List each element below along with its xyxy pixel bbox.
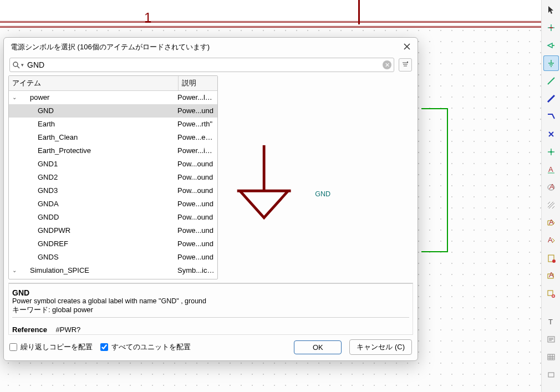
clear-search-icon[interactable]: ✕ bbox=[383, 60, 391, 69]
search-field[interactable]: ▾ ✕ bbox=[9, 58, 394, 72]
sync-pins-icon[interactable] bbox=[543, 286, 559, 302]
noconnect-icon[interactable] bbox=[543, 126, 559, 142]
tree-item-desc: 0V re...ation bbox=[177, 278, 217, 279]
schematic-box bbox=[421, 108, 448, 252]
tree-item[interactable]: GND2Pow...ound bbox=[9, 171, 217, 184]
tree-item-desc: Power...ive" bbox=[177, 145, 217, 156]
tree-item[interactable]: EarthPowe...rth" bbox=[9, 118, 217, 131]
svg-text:GND: GND bbox=[315, 190, 330, 198]
tree-item[interactable]: GNDPowe...und bbox=[9, 104, 217, 118]
info-keywords: キーワード: global power bbox=[12, 305, 409, 315]
sheet-label-icon[interactable]: A bbox=[543, 233, 559, 248]
power-symbol-dialog: 電源シンボルを選択 (106個のアイテムがロードされています) ▾ ✕ アイテム… bbox=[3, 37, 418, 361]
tree-item-name: GND bbox=[20, 105, 177, 116]
tree-item[interactable]: Earth_CleanPowe...ean" bbox=[9, 131, 217, 144]
junction-dot-icon[interactable] bbox=[543, 144, 559, 160]
search-icon bbox=[12, 61, 20, 69]
tree-item-name: GND1 bbox=[20, 159, 177, 170]
close-icon[interactable] bbox=[403, 43, 411, 52]
tree-item[interactable]: GND3Pow...ound bbox=[9, 184, 217, 197]
info-panel: GND Power symbol creates a global label … bbox=[8, 283, 413, 335]
sheet-tool-icon[interactable] bbox=[543, 251, 559, 266]
tree-item[interactable]: GNDAPowe...und bbox=[9, 197, 217, 211]
right-toolbox: A A A A A T bbox=[541, 0, 560, 392]
table-tool-icon[interactable] bbox=[543, 349, 559, 365]
repeat-checkbox[interactable]: 繰り返しコピーを配置 bbox=[9, 342, 93, 352]
svg-text:A: A bbox=[549, 272, 554, 279]
tree-item[interactable]: GNDSPowe...und bbox=[9, 251, 217, 264]
expander-icon[interactable]: ⌄ bbox=[12, 92, 20, 103]
tree-item-name: Earth bbox=[20, 119, 177, 130]
svg-point-7 bbox=[552, 259, 556, 263]
tree-item-desc: Pow...ound bbox=[177, 159, 217, 170]
textbox-tool-icon[interactable] bbox=[543, 332, 559, 347]
tree-item[interactable]: GND1Pow...ound bbox=[9, 157, 217, 171]
svg-text:A: A bbox=[549, 218, 554, 226]
tree-item[interactable]: 00V re...ation bbox=[9, 277, 217, 279]
bus-entry-icon[interactable] bbox=[543, 109, 559, 124]
svg-rect-15 bbox=[548, 373, 554, 377]
tree-item-name: power bbox=[20, 92, 177, 103]
search-input[interactable] bbox=[25, 59, 383, 70]
tree-item-name: GND2 bbox=[20, 172, 177, 183]
expander-icon[interactable]: ⌄ bbox=[12, 265, 20, 276]
tree-item-name: Earth_Clean bbox=[20, 132, 177, 143]
tree-item-name: GND3 bbox=[20, 185, 177, 196]
svg-text:A: A bbox=[548, 165, 553, 174]
place-symbol-icon[interactable] bbox=[543, 38, 559, 53]
tree-item[interactable]: Earth_ProtectivePower...ive" bbox=[9, 144, 217, 157]
symbol-tree: アイテム 説明 ⌄powerPower...lagsGNDPowe...undE… bbox=[8, 75, 218, 279]
svg-text:T: T bbox=[548, 318, 553, 326]
junction-tool-icon[interactable] bbox=[543, 20, 559, 35]
dialog-title: 電源シンボルを選択 (106個のアイテムがロードされています) bbox=[11, 42, 210, 52]
hatch-tool-icon[interactable] bbox=[543, 197, 559, 213]
cancel-button[interactable]: キャンセル (C) bbox=[349, 339, 412, 355]
tree-item-name: GNDPWR bbox=[20, 225, 177, 236]
tree-item-desc: Pow...ound bbox=[177, 172, 217, 183]
tree-item-desc: Pow...ound bbox=[177, 185, 217, 196]
tree-item[interactable]: GNDREFPowe...und bbox=[9, 237, 217, 251]
tree-header-desc[interactable]: 説明 bbox=[179, 76, 217, 90]
search-dropdown-icon[interactable]: ▾ bbox=[20, 62, 25, 68]
repeat-label: 繰り返しコピーを配置 bbox=[21, 342, 93, 352]
ruler: 1 bbox=[0, 0, 541, 24]
allunits-label: すべてのユニットを配置 bbox=[111, 342, 191, 352]
info-desc: Power symbol creates a global label with… bbox=[12, 297, 409, 305]
label-tool-icon[interactable]: A bbox=[543, 162, 559, 177]
svg-text:A: A bbox=[548, 236, 553, 244]
ruler-tick bbox=[358, 0, 360, 24]
tree-item-desc: Pow...ound bbox=[177, 212, 217, 223]
tree-item-desc: Powe...und bbox=[177, 252, 217, 263]
svg-point-16 bbox=[13, 62, 18, 67]
ok-button[interactable]: OK bbox=[294, 340, 342, 354]
bus-tool-icon[interactable] bbox=[543, 91, 559, 106]
tree-item-desc: Powe...und bbox=[177, 225, 217, 236]
info-title: GND bbox=[12, 288, 409, 297]
global-label-icon[interactable]: A bbox=[543, 180, 559, 195]
info-reference: Reference #PWR? bbox=[12, 325, 409, 334]
tree-item[interactable]: GNDDPow...ound bbox=[9, 211, 217, 224]
svg-rect-10 bbox=[548, 291, 553, 296]
tree-group[interactable]: ⌄powerPower...lags bbox=[9, 91, 217, 104]
tree-group[interactable]: ⌄Simulation_SPICESymb...ice). bbox=[9, 264, 217, 277]
hierlabel-icon[interactable]: A bbox=[543, 215, 559, 231]
tree-header-item[interactable]: アイテム bbox=[9, 76, 179, 90]
place-power-icon[interactable] bbox=[543, 55, 559, 71]
tree-item[interactable]: GNDPWRPowe...und bbox=[9, 224, 217, 237]
tree-item-name: Earth_Protective bbox=[20, 145, 177, 156]
cursor-tool-icon[interactable] bbox=[543, 2, 559, 18]
tree-item-desc: Symb...ice). bbox=[177, 265, 217, 276]
symbol-preview[interactable]: GND bbox=[222, 75, 413, 279]
hiersheet-pin-icon[interactable]: A bbox=[543, 268, 559, 284]
tree-item-name: 0 bbox=[20, 278, 177, 279]
text-tool-icon[interactable]: T bbox=[543, 314, 559, 329]
allunits-checkbox[interactable]: すべてのユニットを配置 bbox=[100, 342, 191, 352]
wire-tool-icon[interactable] bbox=[543, 73, 559, 89]
tree-item-name: GNDA bbox=[20, 198, 177, 210]
tree-item-name: GNDD bbox=[20, 212, 177, 223]
rect-tool-icon[interactable] bbox=[543, 367, 559, 383]
tree-item-name: GNDREF bbox=[20, 238, 177, 250]
filter-button[interactable] bbox=[399, 58, 412, 72]
tree-item-name: Simulation_SPICE bbox=[20, 265, 177, 276]
svg-text:A: A bbox=[549, 183, 554, 191]
